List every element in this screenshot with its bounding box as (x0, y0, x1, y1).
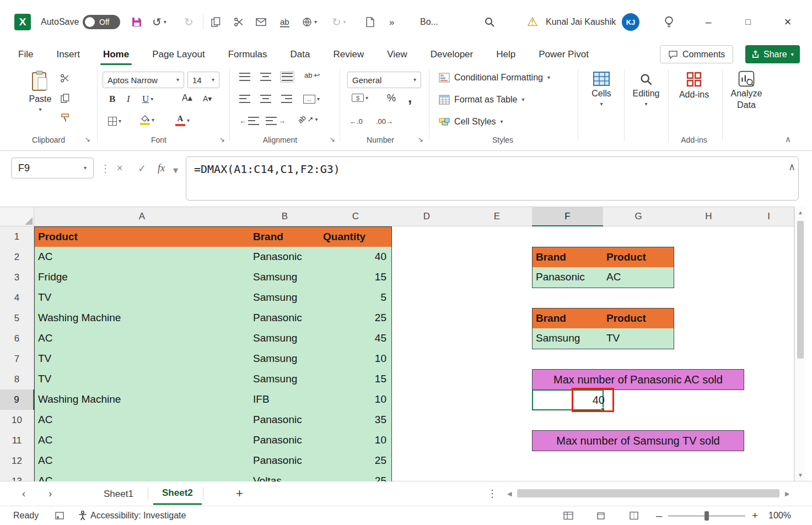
cell-G6[interactable]: TV (603, 328, 674, 349)
cell-B13[interactable]: Voltas (250, 471, 320, 481)
cell-E1[interactable] (462, 226, 533, 247)
cell-H1[interactable] (674, 226, 744, 247)
cell-B11[interactable]: Panasonic (250, 430, 320, 451)
email-button[interactable] (256, 18, 266, 26)
tab-home[interactable]: Home (92, 44, 141, 65)
cell-B12[interactable]: Panasonic (250, 451, 320, 472)
row-header-1[interactable]: 1 (0, 226, 34, 247)
maximize-button[interactable]: □ (735, 9, 761, 35)
normal-view-button[interactable] (563, 512, 573, 520)
zoom-slider-thumb[interactable] (705, 511, 709, 521)
column-header-G[interactable]: G (603, 207, 674, 226)
column-header-E[interactable]: E (462, 207, 533, 226)
row-header-13[interactable]: 13 (0, 471, 34, 481)
autosave-toggle[interactable]: Off (83, 15, 120, 29)
paste-button[interactable]: Paste ▾ (24, 71, 56, 134)
format-as-table-button[interactable]: Format as Table ▾ (439, 95, 524, 105)
cell-A9[interactable]: Washing Machine (34, 389, 250, 410)
comments-button[interactable]: Comments (660, 45, 733, 63)
select-all-corner[interactable] (0, 207, 34, 226)
merge-center-button[interactable]: ↔▾ (303, 95, 320, 104)
page-layout-view-button[interactable] (596, 511, 605, 520)
copy-button[interactable] (61, 94, 69, 103)
row-header-3[interactable]: 3 (0, 267, 34, 288)
cell-A7[interactable]: TV (34, 349, 250, 370)
row-header-7[interactable]: 7 (0, 349, 34, 370)
row-header-2[interactable]: 2 (0, 247, 34, 268)
zoom-level[interactable]: 100% (768, 511, 791, 521)
share-button[interactable]: Share ▾ (745, 45, 800, 63)
redo-button[interactable]: ↻ (184, 17, 193, 28)
cell-F7[interactable] (532, 349, 604, 370)
cell-D7[interactable] (391, 349, 463, 370)
cell-F10[interactable] (532, 410, 604, 431)
cell-I4[interactable] (744, 288, 794, 308)
cell-E9[interactable] (462, 389, 533, 410)
row-header-10[interactable]: 10 (0, 410, 34, 431)
cell-styles-button[interactable]: Cell Styles ▾ (439, 117, 503, 127)
cell-H7[interactable] (674, 349, 744, 370)
cell-H12[interactable] (674, 451, 744, 472)
cell-F6[interactable]: Samsung (532, 328, 604, 349)
cut-button[interactable] (234, 18, 244, 27)
tab-review[interactable]: Review (321, 44, 375, 65)
formula-input[interactable]: =DMAX(A1:C14,C1,F2:G3) (186, 156, 799, 201)
cell-I11[interactable] (744, 430, 794, 451)
cell-E2[interactable] (462, 247, 533, 268)
copy-button[interactable] (211, 17, 221, 27)
cell-F4[interactable] (532, 288, 604, 308)
cell-C12[interactable]: 25 (320, 451, 392, 472)
align-right-button[interactable] (281, 95, 292, 103)
cell-C2[interactable]: 40 (320, 247, 392, 268)
cell-A10[interactable]: AC (34, 410, 250, 431)
wrap-text-button[interactable]: ab↩ (304, 72, 320, 79)
cell-C10[interactable]: 35 (320, 410, 392, 431)
cell-C1[interactable]: Quantity (320, 226, 392, 247)
tab-view[interactable]: View (375, 44, 419, 65)
cell-E12[interactable] (462, 451, 533, 472)
increase-indent-button[interactable]: → (266, 117, 286, 125)
cell-E13[interactable] (462, 471, 533, 481)
tab-page-layout[interactable]: Page Layout (141, 44, 216, 65)
cell-H9[interactable] (674, 389, 744, 410)
cell-A6[interactable]: AC (34, 328, 250, 349)
cell-I3[interactable] (744, 267, 794, 288)
bold-button[interactable]: B (109, 94, 115, 105)
cell-G5[interactable]: Product (603, 308, 674, 329)
font-dialog-launcher-icon[interactable]: ↘ (219, 136, 225, 143)
tab-data[interactable]: Data (279, 44, 322, 65)
column-header-D[interactable]: D (391, 207, 463, 226)
cell-G13[interactable] (603, 471, 674, 481)
italic-button[interactable]: I (127, 94, 130, 105)
redo-history-button[interactable]: ↻▾ (332, 17, 346, 28)
cell-D8[interactable] (391, 369, 463, 390)
column-header-H[interactable]: H (674, 207, 744, 226)
cell-E3[interactable] (462, 267, 533, 288)
prev-sheet-icon[interactable]: ‹ (22, 488, 25, 500)
hyperlink-button[interactable]: ▾ (302, 17, 317, 27)
cell-E8[interactable] (462, 369, 533, 390)
cell-A11[interactable]: AC (34, 430, 250, 451)
cell-D4[interactable] (391, 288, 463, 308)
cell-C9[interactable]: 10 (320, 389, 392, 410)
row-header-6[interactable]: 6 (0, 328, 34, 349)
conditional-formatting-button[interactable]: Conditional Formatting ▾ (439, 73, 550, 83)
cell-G12[interactable] (603, 451, 674, 472)
vertical-scroll-thumb[interactable] (797, 221, 804, 359)
cell-C4[interactable]: 5 (320, 288, 392, 308)
more-commands-button[interactable]: » (389, 18, 394, 27)
cell-C7[interactable]: 10 (320, 349, 392, 370)
align-left-button[interactable] (239, 95, 250, 103)
cut-button[interactable] (61, 74, 69, 83)
row-header-9[interactable]: 9 (0, 389, 34, 410)
cell-A4[interactable]: TV (34, 288, 250, 308)
cell-G4[interactable] (603, 288, 674, 308)
row-header-8[interactable]: 8 (0, 369, 34, 390)
cell-I9[interactable] (744, 389, 794, 410)
cell-C5[interactable]: 25 (320, 308, 392, 329)
cell-E7[interactable] (462, 349, 533, 370)
cell-A5[interactable]: Washing Machine (34, 308, 250, 329)
number-dialog-launcher-icon[interactable]: ↘ (418, 136, 423, 143)
insert-function-icon[interactable]: fx (158, 163, 165, 174)
column-header-A[interactable]: A (34, 207, 250, 226)
